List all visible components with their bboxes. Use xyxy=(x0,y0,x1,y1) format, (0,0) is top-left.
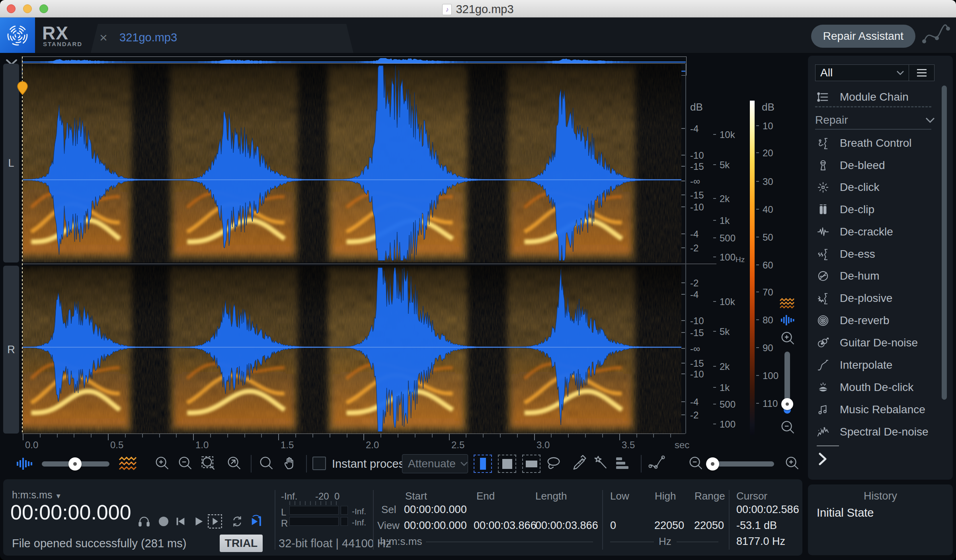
history-entry[interactable]: Initial State xyxy=(817,506,953,519)
loop-button[interactable] xyxy=(230,515,244,530)
colorbar-tick: 40 xyxy=(756,209,773,220)
instant-process-label: Instant process xyxy=(332,457,410,471)
rx-app-window: ♪ 321go.mp3 RX STANDARD × 321go.mp3 Repa… xyxy=(0,0,956,560)
file-format-info: 32-bit float | 44100 Hz xyxy=(279,537,391,550)
tab-close-icon[interactable]: × xyxy=(100,29,107,45)
module-list-scrollbar[interactable] xyxy=(942,86,947,400)
playhead-line xyxy=(22,56,23,434)
module-list-item[interactable]: Mouth De-click xyxy=(811,379,942,396)
de-ess-icon xyxy=(817,248,829,261)
module-menu-button[interactable] xyxy=(909,65,934,81)
zoom-in-slider-icon[interactable] xyxy=(784,456,800,472)
tab-label[interactable]: 321go.mp3 xyxy=(119,31,177,44)
zoom-out-time-icon[interactable] xyxy=(178,456,193,472)
monitor-button[interactable] xyxy=(137,515,151,530)
module-list-item[interactable]: De-reverb xyxy=(811,312,942,329)
breath-control-icon xyxy=(817,137,829,150)
time-frequency-selection-tool[interactable] xyxy=(498,455,516,473)
view-start-value[interactable]: 00:00:00.000 xyxy=(404,519,467,532)
colorbar-tick: 90 xyxy=(756,347,773,358)
freq-tick-right: 100 xyxy=(713,424,736,435)
sel-start-value[interactable]: 00:00:00.000 xyxy=(404,504,467,516)
file-tab[interactable]: × 321go.mp3 xyxy=(91,24,353,53)
waveform-view-icon[interactable] xyxy=(780,314,795,328)
module-list-item[interactable]: De-plosive xyxy=(811,290,942,307)
vertical-zoom-out-icon[interactable] xyxy=(780,420,795,437)
freq-range-value[interactable]: 22050 xyxy=(694,519,724,532)
de-plosive-icon xyxy=(817,292,829,305)
panel-divider xyxy=(275,490,275,550)
view-length-value[interactable]: 00:00:03.866 xyxy=(535,519,598,532)
timeline-ruler[interactable]: 0.0 0.5 1.0 1.5 xyxy=(23,434,687,451)
zoom-out-slider-icon[interactable] xyxy=(688,456,703,472)
waveform-blend-icon[interactable] xyxy=(16,457,33,472)
module-filter-row: All xyxy=(815,64,935,81)
channel-label-l: L xyxy=(8,157,14,169)
module-list-item[interactable]: De-click xyxy=(811,179,942,196)
play-selection-button[interactable] xyxy=(207,514,223,531)
search-magnifier-icon[interactable] xyxy=(259,456,274,472)
repair-assistant-button[interactable]: Repair Assistant xyxy=(811,25,915,48)
spectrogram-blend-icon[interactable] xyxy=(119,456,137,473)
trial-badge[interactable]: TRIAL xyxy=(220,535,263,552)
spectrogram-left-channel[interactable] xyxy=(23,64,681,262)
history-title: History xyxy=(808,490,953,502)
time-format-dropdown[interactable]: h:m:s.ms ▼ xyxy=(12,489,62,501)
magic-wand-icon[interactable] xyxy=(593,455,608,472)
skip-to-start-button[interactable] xyxy=(174,515,187,529)
meter-scale-max: 0 xyxy=(334,491,339,502)
play-button[interactable] xyxy=(193,515,205,529)
module-list-item[interactable]: Interpolate xyxy=(811,356,942,374)
module-chain-row[interactable]: Module Chain xyxy=(811,88,942,106)
module-list-item[interactable]: Breath Control xyxy=(811,134,942,152)
view-end-value[interactable]: 00:00:03.866 xyxy=(474,519,537,532)
spectrogram-view-icon[interactable] xyxy=(779,298,795,312)
layer-list-icon[interactable] xyxy=(615,457,631,472)
module-list-item[interactable]: De-bleed xyxy=(811,157,942,174)
instant-process-checkbox[interactable] xyxy=(312,457,326,470)
zoom-fit-icon[interactable] xyxy=(226,456,242,472)
playhead-pin[interactable] xyxy=(17,81,28,97)
lasso-tool-icon[interactable] xyxy=(546,456,561,472)
zoom-in-time-icon[interactable] xyxy=(154,456,170,472)
freq-tick-left: 10k xyxy=(713,134,735,145)
signal-squiggle-icon[interactable] xyxy=(922,23,950,49)
cursor-frequency: 8177.0 Hz xyxy=(736,535,785,548)
vertical-zoom-in-icon[interactable] xyxy=(780,331,795,348)
module-list-item[interactable]: De-ess xyxy=(811,245,942,263)
brush-tool-icon[interactable] xyxy=(572,455,587,472)
de-bleed-icon xyxy=(817,159,829,172)
level-meter-right-peak xyxy=(341,517,348,526)
module-list-item[interactable]: Spectral De-noise xyxy=(811,423,942,441)
record-button[interactable] xyxy=(159,517,168,526)
level-meter-left-peak xyxy=(341,506,348,515)
process-mode-dropdown[interactable]: Attenuate xyxy=(402,454,468,473)
play-to-end-button[interactable] xyxy=(249,514,264,530)
module-list-item[interactable]: Music Rebalance xyxy=(811,401,942,418)
module-list-item[interactable]: De-crackle xyxy=(811,223,942,241)
selection-unit-label: h:m:s.ms xyxy=(380,535,422,548)
hand-tool-icon[interactable] xyxy=(283,455,298,472)
blend-slider-thumb[interactable] xyxy=(68,457,82,471)
expand-panel-button[interactable] xyxy=(818,453,827,467)
frequency-selection-tool[interactable] xyxy=(522,455,540,473)
module-filter-dropdown[interactable]: All xyxy=(816,65,909,81)
time-selection-tool[interactable] xyxy=(474,455,492,473)
playhead-time-display[interactable]: 00:00:00.000 xyxy=(10,500,131,524)
vertical-zoom-slider-thumb[interactable] xyxy=(781,398,793,410)
unit-divider-line xyxy=(677,542,718,542)
repair-section-header[interactable]: Repair xyxy=(815,114,935,126)
meter-scale-min: -Inf. xyxy=(281,491,297,502)
freq-high-value[interactable]: 22050 xyxy=(654,519,684,532)
channel-strip-right[interactable]: R xyxy=(3,266,19,434)
module-list-item[interactable]: Guitar De-noise xyxy=(811,334,942,352)
spectrogram-right-channel[interactable] xyxy=(23,266,681,434)
module-list-item[interactable]: De-clip xyxy=(811,201,942,218)
module-list-item[interactable]: De-hum xyxy=(811,267,942,285)
channel-strip-left[interactable]: L xyxy=(3,64,19,262)
zoom-to-selection-icon[interactable] xyxy=(201,456,216,472)
time-zoom-slider-thumb[interactable] xyxy=(706,457,719,471)
amp-tick-left: -2 xyxy=(681,247,698,258)
freq-low-value[interactable]: 0 xyxy=(610,519,616,532)
node-curve-icon[interactable] xyxy=(648,455,665,472)
